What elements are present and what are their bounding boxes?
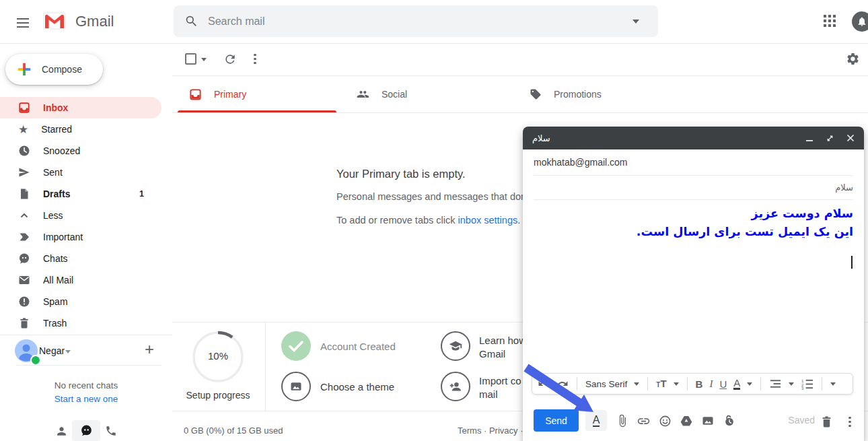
profile-name[interactable]: Negar <box>39 345 65 356</box>
more-send-options-icon[interactable] <box>845 412 855 434</box>
google-drive-icon[interactable] <box>677 411 696 430</box>
font-family-select[interactable]: Sans Serif <box>585 379 627 389</box>
select-all-checkbox[interactable] <box>185 53 196 65</box>
close-icon[interactable] <box>846 134 855 142</box>
setup-card-vdivider <box>265 322 266 411</box>
avatar[interactable] <box>15 339 38 362</box>
sidebar-item-label: Starred <box>41 124 72 135</box>
compose-titlebar[interactable]: سلام <box>523 127 864 149</box>
compose-plus-icon <box>16 61 32 77</box>
sidebar-item-snoozed[interactable]: Snoozed <box>0 140 161 162</box>
draft-file-icon <box>18 188 30 200</box>
inbox-settings-link[interactable]: inbox settings <box>458 215 518 226</box>
message-body[interactable]: سلام دوست عزیز این یک ایمیل تست برای ارس… <box>534 205 853 241</box>
online-status-dot <box>30 355 41 366</box>
import-mail-label[interactable]: Import co mail <box>479 374 521 401</box>
sidebar-item-chats[interactable]: Chats <box>0 248 161 269</box>
empty-state-line1: Personal messages and messages that don' <box>336 191 528 202</box>
chevron-up-icon <box>18 209 30 222</box>
send-button[interactable]: Send <box>534 409 579 432</box>
promotions-tag-icon <box>530 88 542 100</box>
undo-icon[interactable] <box>538 378 550 390</box>
learn-gmail-icon[interactable] <box>441 331 470 361</box>
italic-button[interactable]: I <box>709 378 713 390</box>
align-icon[interactable] <box>769 378 782 389</box>
empty-state-line2-end: . <box>517 215 520 226</box>
drafts-count-badge: 1 <box>139 189 144 199</box>
choose-theme-icon[interactable] <box>281 372 311 401</box>
subject-text: سلام <box>835 182 853 193</box>
envelope-icon <box>18 274 30 286</box>
insert-photo-icon[interactable] <box>698 411 717 430</box>
search-options-chevron-icon[interactable] <box>632 20 639 24</box>
search-input[interactable]: Search mail <box>208 15 264 28</box>
body-line-2: این یک ایمیل تست برای ارسال است. <box>534 223 853 241</box>
clock-icon <box>18 145 30 157</box>
text-color-button[interactable]: A <box>733 378 740 390</box>
numbered-list-icon[interactable]: 123 <box>801 378 813 390</box>
tab-primary[interactable]: Primary <box>178 76 336 112</box>
underline-button[interactable]: U <box>719 378 727 390</box>
fullscreen-icon[interactable] <box>826 134 834 143</box>
more-formatting-chevron-icon[interactable] <box>830 382 836 386</box>
tab-promotions[interactable]: Promotions <box>519 76 678 112</box>
settings-gear-icon[interactable] <box>846 52 860 66</box>
new-chat-plus-icon[interactable]: + <box>145 340 154 359</box>
sidebar-item-drafts[interactable]: Drafts 1 <box>0 183 161 205</box>
phone-icon[interactable] <box>105 425 117 437</box>
minimize-icon[interactable] <box>805 134 813 142</box>
tab-social[interactable]: Social <box>349 76 508 112</box>
import-mail-icon[interactable] <box>441 372 470 401</box>
bold-button[interactable]: B <box>696 378 703 390</box>
learn-gmail-line1: Learn how <box>479 334 526 347</box>
redo-icon[interactable] <box>556 378 569 390</box>
align-chevron-icon[interactable] <box>789 382 794 386</box>
empty-state-title: Your Primary tab is empty. <box>336 168 466 180</box>
compose-label: Compose <box>42 64 82 75</box>
refresh-icon[interactable] <box>223 53 237 66</box>
more-options-icon[interactable] <box>254 52 256 66</box>
sidebar-item-spam[interactable]: Spam <box>0 291 161 312</box>
subject-field[interactable]: سلام <box>534 175 853 200</box>
start-new-chat-link[interactable]: Start a new one <box>0 394 172 404</box>
sidebar-item-inbox[interactable]: Inbox <box>0 97 161 118</box>
sidebar-item-starred[interactable]: ★ Starred <box>0 118 161 140</box>
font-family-chevron-icon[interactable] <box>634 382 639 386</box>
recipients-field[interactable]: mokhatab@gmail.com <box>534 149 853 176</box>
select-chevron-icon[interactable] <box>201 58 207 61</box>
compose-button[interactable]: Compose <box>5 54 103 85</box>
insert-link-icon[interactable] <box>634 411 653 430</box>
sidebar-item-label: Spam <box>43 296 68 307</box>
sidebar-item-all-mail[interactable]: All Mail <box>0 269 161 291</box>
sidebar-item-sent[interactable]: Sent <box>0 162 161 183</box>
legal-links[interactable]: Terms · Privacy · <box>458 426 523 436</box>
sidebar-item-trash[interactable]: Trash <box>0 312 161 334</box>
hamburger-menu-icon[interactable] <box>17 15 29 30</box>
text-cursor <box>851 256 853 269</box>
choose-theme-label[interactable]: Choose a theme <box>320 381 394 393</box>
font-size-icon[interactable]: TT <box>656 378 666 390</box>
learn-gmail-label[interactable]: Learn how Gmail <box>479 334 526 361</box>
text-color-chevron-icon[interactable] <box>747 382 752 386</box>
app-header: Gmail Search mail <box>0 0 868 44</box>
apps-grid-icon[interactable] <box>824 15 836 27</box>
sidebar-item-less[interactable]: Less <box>0 205 161 226</box>
notifications-bell-icon[interactable] <box>852 11 868 32</box>
trash-icon <box>18 317 30 329</box>
profile-chevron-icon[interactable] <box>65 350 71 353</box>
font-size-chevron-icon[interactable] <box>674 382 679 386</box>
sidebar-item-label: Snoozed <box>43 145 80 156</box>
chat-tab-selected[interactable] <box>72 420 100 441</box>
empty-state-line2-text: To add or remove tabs click <box>336 215 458 226</box>
discard-draft-trash-icon[interactable] <box>817 412 836 431</box>
insert-emoji-icon[interactable] <box>655 411 674 430</box>
sidebar-item-important[interactable]: Important <box>0 226 161 248</box>
search-bar[interactable]: Search mail <box>174 5 658 37</box>
formatting-options-button[interactable]: A <box>585 410 607 431</box>
attach-file-icon[interactable] <box>613 411 632 430</box>
primary-tab-icon <box>189 88 202 101</box>
inbox-icon <box>18 102 30 114</box>
contacts-person-icon[interactable] <box>55 425 68 438</box>
confidential-mode-icon[interactable] <box>720 411 739 430</box>
app-title: Gmail <box>75 13 114 30</box>
